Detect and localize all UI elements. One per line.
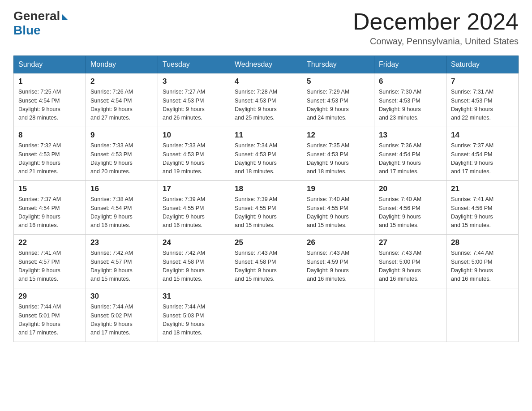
calendar-cell: 9 Sunrise: 7:33 AM Sunset: 4:53 PM Dayli… [86,127,158,181]
month-title: December 2024 [353,9,519,34]
calendar-week-row: 22 Sunrise: 7:41 AM Sunset: 4:57 PM Dayl… [14,235,519,288]
logo-blue-text: Blue [13,23,41,38]
day-number: 2 [90,77,153,86]
column-header-tuesday: Tuesday [158,56,230,73]
calendar-cell: 8 Sunrise: 7:32 AM Sunset: 4:53 PM Dayli… [14,127,86,181]
calendar-cell: 21 Sunrise: 7:41 AM Sunset: 4:56 PM Dayl… [446,181,519,235]
logo-arrow-icon [62,14,68,20]
day-number: 17 [163,184,225,193]
day-number: 6 [379,77,442,86]
day-info: Sunrise: 7:43 AM Sunset: 5:00 PM Dayligh… [379,249,442,284]
day-number: 30 [90,292,153,301]
calendar-cell: 13 Sunrise: 7:36 AM Sunset: 4:54 PM Dayl… [374,127,446,181]
day-info: Sunrise: 7:36 AM Sunset: 4:54 PM Dayligh… [379,141,442,176]
day-info: Sunrise: 7:26 AM Sunset: 4:54 PM Dayligh… [90,88,153,123]
day-info: Sunrise: 7:44 AM Sunset: 5:00 PM Dayligh… [451,249,514,284]
day-info: Sunrise: 7:39 AM Sunset: 4:55 PM Dayligh… [163,195,225,230]
day-info: Sunrise: 7:35 AM Sunset: 4:53 PM Dayligh… [307,141,369,176]
column-header-wednesday: Wednesday [230,56,302,73]
calendar-week-row: 1 Sunrise: 7:25 AM Sunset: 4:54 PM Dayli… [14,73,519,127]
column-header-friday: Friday [374,56,446,73]
calendar-cell: 15 Sunrise: 7:37 AM Sunset: 4:54 PM Dayl… [14,181,86,235]
day-number: 16 [90,184,153,193]
logo-general-text: General [13,9,60,23]
title-section: December 2024 Conway, Pennsylvania, Unit… [353,9,519,47]
day-number: 8 [18,131,81,140]
calendar-cell: 10 Sunrise: 7:33 AM Sunset: 4:53 PM Dayl… [158,127,230,181]
day-info: Sunrise: 7:43 AM Sunset: 4:58 PM Dayligh… [235,249,297,284]
calendar-cell: 4 Sunrise: 7:28 AM Sunset: 4:53 PM Dayli… [230,73,302,127]
day-info: Sunrise: 7:44 AM Sunset: 5:02 PM Dayligh… [90,303,153,338]
day-info: Sunrise: 7:33 AM Sunset: 4:53 PM Dayligh… [90,141,153,176]
day-info: Sunrise: 7:40 AM Sunset: 4:55 PM Dayligh… [307,195,369,230]
day-info: Sunrise: 7:34 AM Sunset: 4:53 PM Dayligh… [235,141,297,176]
calendar-header-row: SundayMondayTuesdayWednesdayThursdayFrid… [14,56,519,73]
day-number: 7 [451,77,514,86]
day-info: Sunrise: 7:42 AM Sunset: 4:58 PM Dayligh… [163,249,225,284]
day-info: Sunrise: 7:38 AM Sunset: 4:54 PM Dayligh… [90,195,153,230]
day-info: Sunrise: 7:33 AM Sunset: 4:53 PM Dayligh… [163,141,225,176]
calendar-table: SundayMondayTuesdayWednesdayThursdayFrid… [13,56,519,342]
calendar-cell: 3 Sunrise: 7:27 AM Sunset: 4:53 PM Dayli… [158,73,230,127]
calendar-cell: 12 Sunrise: 7:35 AM Sunset: 4:53 PM Dayl… [302,127,374,181]
day-number: 11 [235,131,297,140]
day-number: 26 [307,238,369,247]
page-header: General Blue December 2024 Conway, Penns… [13,9,519,47]
calendar-cell: 29 Sunrise: 7:44 AM Sunset: 5:01 PM Dayl… [14,288,86,342]
day-number: 4 [235,77,297,86]
day-info: Sunrise: 7:40 AM Sunset: 4:56 PM Dayligh… [379,195,442,230]
calendar-cell: 20 Sunrise: 7:40 AM Sunset: 4:56 PM Dayl… [374,181,446,235]
calendar-cell: 18 Sunrise: 7:39 AM Sunset: 4:55 PM Dayl… [230,181,302,235]
calendar-cell: 7 Sunrise: 7:31 AM Sunset: 4:53 PM Dayli… [446,73,519,127]
day-info: Sunrise: 7:32 AM Sunset: 4:53 PM Dayligh… [18,141,81,176]
day-number: 27 [379,238,442,247]
location-subtitle: Conway, Pennsylvania, United States [353,36,519,47]
column-header-sunday: Sunday [14,56,86,73]
column-header-thursday: Thursday [302,56,374,73]
day-info: Sunrise: 7:43 AM Sunset: 4:59 PM Dayligh… [307,249,369,284]
calendar-cell: 28 Sunrise: 7:44 AM Sunset: 5:00 PM Dayl… [446,235,519,288]
calendar-cell: 26 Sunrise: 7:43 AM Sunset: 4:59 PM Dayl… [302,235,374,288]
day-number: 25 [235,238,297,247]
day-info: Sunrise: 7:41 AM Sunset: 4:56 PM Dayligh… [451,195,514,230]
calendar-week-row: 8 Sunrise: 7:32 AM Sunset: 4:53 PM Dayli… [14,127,519,181]
calendar-cell: 30 Sunrise: 7:44 AM Sunset: 5:02 PM Dayl… [86,288,158,342]
day-number: 19 [307,184,369,193]
calendar-cell [446,288,519,342]
day-info: Sunrise: 7:27 AM Sunset: 4:53 PM Dayligh… [163,88,225,123]
calendar-cell: 14 Sunrise: 7:37 AM Sunset: 4:54 PM Dayl… [446,127,519,181]
calendar-cell: 6 Sunrise: 7:30 AM Sunset: 4:53 PM Dayli… [374,73,446,127]
day-number: 3 [163,77,225,86]
calendar-cell: 16 Sunrise: 7:38 AM Sunset: 4:54 PM Dayl… [86,181,158,235]
calendar-cell: 19 Sunrise: 7:40 AM Sunset: 4:55 PM Dayl… [302,181,374,235]
day-number: 29 [18,292,81,301]
day-number: 14 [451,131,514,140]
calendar-week-row: 29 Sunrise: 7:44 AM Sunset: 5:01 PM Dayl… [14,288,519,342]
day-number: 24 [163,238,225,247]
day-info: Sunrise: 7:37 AM Sunset: 4:54 PM Dayligh… [451,141,514,176]
calendar-cell [302,288,374,342]
calendar-cell: 5 Sunrise: 7:29 AM Sunset: 4:53 PM Dayli… [302,73,374,127]
calendar-cell: 1 Sunrise: 7:25 AM Sunset: 4:54 PM Dayli… [14,73,86,127]
day-info: Sunrise: 7:42 AM Sunset: 4:57 PM Dayligh… [90,249,153,284]
day-number: 22 [18,238,81,247]
calendar-cell: 2 Sunrise: 7:26 AM Sunset: 4:54 PM Dayli… [86,73,158,127]
day-info: Sunrise: 7:39 AM Sunset: 4:55 PM Dayligh… [235,195,297,230]
calendar-cell [374,288,446,342]
day-number: 18 [235,184,297,193]
calendar-cell: 23 Sunrise: 7:42 AM Sunset: 4:57 PM Dayl… [86,235,158,288]
day-info: Sunrise: 7:28 AM Sunset: 4:53 PM Dayligh… [235,88,297,123]
day-info: Sunrise: 7:25 AM Sunset: 4:54 PM Dayligh… [18,88,81,123]
calendar-cell: 17 Sunrise: 7:39 AM Sunset: 4:55 PM Dayl… [158,181,230,235]
day-info: Sunrise: 7:37 AM Sunset: 4:54 PM Dayligh… [18,195,81,230]
calendar-cell: 11 Sunrise: 7:34 AM Sunset: 4:53 PM Dayl… [230,127,302,181]
day-number: 10 [163,131,225,140]
day-info: Sunrise: 7:44 AM Sunset: 5:01 PM Dayligh… [18,303,81,338]
day-info: Sunrise: 7:31 AM Sunset: 4:53 PM Dayligh… [451,88,514,123]
calendar-week-row: 15 Sunrise: 7:37 AM Sunset: 4:54 PM Dayl… [14,181,519,235]
day-info: Sunrise: 7:30 AM Sunset: 4:53 PM Dayligh… [379,88,442,123]
calendar-cell: 22 Sunrise: 7:41 AM Sunset: 4:57 PM Dayl… [14,235,86,288]
day-number: 5 [307,77,369,86]
day-info: Sunrise: 7:41 AM Sunset: 4:57 PM Dayligh… [18,249,81,284]
day-number: 9 [90,131,153,140]
